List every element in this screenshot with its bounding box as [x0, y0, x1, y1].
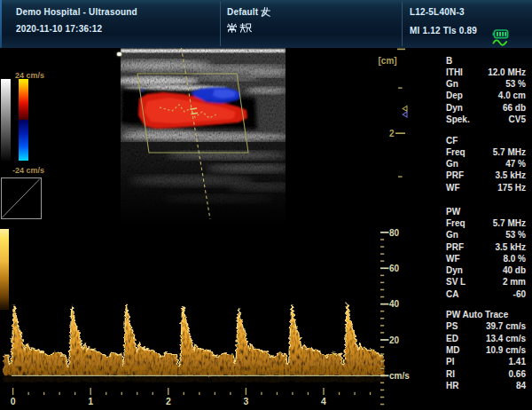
svg-text:40: 40	[389, 299, 400, 309]
svg-text:cm/s: cm/s	[389, 371, 410, 381]
svg-text:1: 1	[88, 396, 93, 406]
svg-text:4: 4	[321, 396, 326, 406]
svg-text:2: 2	[389, 129, 395, 138]
svg-text:60: 60	[389, 264, 400, 273]
svg-text:2: 2	[166, 396, 171, 406]
svg-text:[cm]: [cm]	[379, 56, 397, 66]
svg-text:3: 3	[243, 396, 248, 406]
svg-text:80: 80	[389, 228, 400, 238]
svg-text:0: 0	[11, 396, 16, 406]
svg-text:20: 20	[389, 335, 400, 345]
